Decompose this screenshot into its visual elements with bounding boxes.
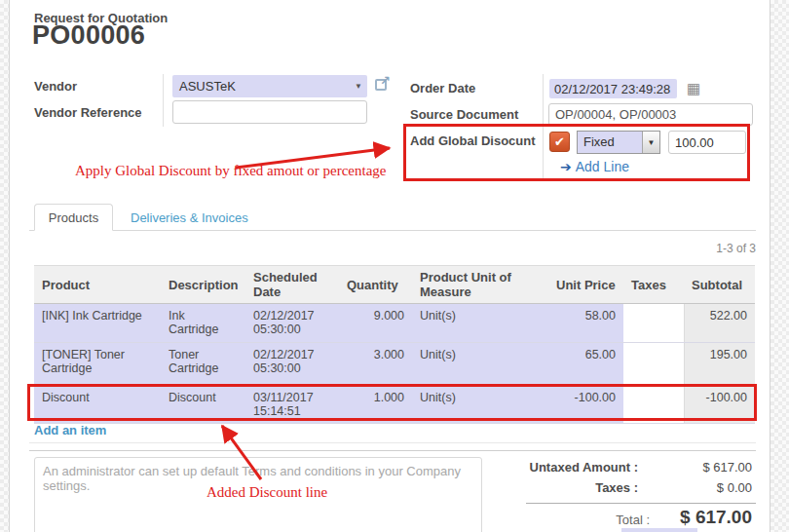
- cell-product: [INK] Ink Cartridge: [34, 304, 161, 342]
- cell-description: Ink Cartridge: [161, 304, 245, 342]
- vendor-open-record-button[interactable]: ↗: [375, 77, 387, 95]
- add-an-item-link[interactable]: Add an item: [34, 423, 106, 437]
- untaxed-amount-value: $ 617.00: [672, 460, 752, 475]
- discount-type-select[interactable]: Fixed ▼: [577, 131, 660, 154]
- global-discount-label: Add Global Disocunt: [410, 133, 536, 148]
- vendor-reference-label: Vendor Reference: [34, 105, 142, 120]
- cell-subtotal: 522.00: [684, 304, 755, 342]
- tab-products[interactable]: Products: [34, 204, 113, 231]
- col-header-description[interactable]: Description: [161, 274, 245, 296]
- col-header-taxes[interactable]: Taxes: [623, 274, 684, 296]
- chevron-down-icon: ▼: [648, 138, 656, 147]
- cell-product: [TONER] Toner Cartridge: [34, 343, 161, 385]
- cell-scheduled-date: 02/12/2017 05:30:00: [245, 343, 339, 385]
- cell-unit-price: 58.00: [548, 304, 623, 342]
- taxes-value: $ 0.00: [672, 480, 752, 495]
- discount-amount-input[interactable]: [668, 131, 746, 154]
- untaxed-amount-label: Untaxed Amount :: [438, 460, 638, 475]
- list-pager: 1-3 of 3: [672, 242, 756, 255]
- table-row-toner-cartridge[interactable]: [TONER] Toner Cartridge Toner Cartridge …: [34, 343, 755, 386]
- cell-unit-price: 65.00: [548, 343, 623, 385]
- purchase-order-page: Request for Quotation PO00006 Vendor ASU…: [0, 0, 789, 532]
- section-divider-bottom: [29, 450, 756, 451]
- checkmark-icon: ✔: [554, 134, 565, 149]
- total-value: $ 617.00: [641, 507, 752, 528]
- add-line-link[interactable]: ➔Add Line: [560, 159, 629, 174]
- col-header-scheduled-date[interactable]: Scheduled Date: [245, 266, 339, 303]
- cell-taxes: [623, 386, 684, 423]
- global-discount-checkbox[interactable]: ✔: [549, 132, 570, 152]
- calendar-icon[interactable]: ▦: [687, 81, 700, 95]
- add-line-label: Add Line: [576, 159, 629, 174]
- chevron-down-icon: ▼: [350, 82, 367, 91]
- cell-uom: Unit(s): [412, 386, 548, 423]
- vendor-value: ASUSTeK: [179, 79, 236, 94]
- source-document-input[interactable]: [548, 103, 753, 126]
- table-header-row: Product Description Scheduled Date Quant…: [34, 265, 755, 304]
- order-date-value: 02/12/2017 23:49:28: [554, 82, 670, 96]
- page-title: PO00006: [32, 20, 145, 51]
- order-date-field[interactable]: 02/12/2017 23:49:28: [549, 79, 677, 98]
- select-dropdown-button: ▼: [642, 132, 659, 153]
- external-link-icon: ↗: [375, 79, 387, 91]
- vendor-select[interactable]: ASUSTeK ▼: [172, 75, 367, 97]
- tabbar-divider: [29, 230, 756, 231]
- col-header-quantity[interactable]: Quantity: [339, 274, 412, 296]
- source-document-label: Source Document: [410, 107, 518, 122]
- col-header-product[interactable]: Product: [34, 274, 161, 296]
- order-date-label: Order Date: [410, 81, 475, 95]
- cell-subtotal: 195.00: [684, 343, 755, 385]
- annotation-discount-line-note: Added Discount line: [207, 484, 327, 501]
- cell-taxes: [623, 343, 684, 385]
- col-header-subtotal[interactable]: Subtotal: [684, 274, 755, 296]
- table-row-discount[interactable]: Discount Discount 03/11/2017 15:14:51 1.…: [34, 386, 755, 424]
- cell-scheduled-date: 03/11/2017 15:14:51: [245, 386, 339, 423]
- add-line-arrow-icon: ➔: [560, 159, 572, 174]
- form-right-separator: [543, 74, 544, 181]
- cell-product: Discount: [34, 386, 161, 423]
- col-header-unit-price[interactable]: Unit Price: [548, 274, 623, 296]
- cell-scheduled-date: 02/12/2017 05:30:00: [245, 304, 339, 342]
- cell-subtotal: -100.00: [684, 386, 755, 423]
- total-label: Total :: [552, 513, 650, 527]
- cell-taxes: [623, 304, 684, 342]
- cell-unit-price: -100.00: [548, 386, 623, 423]
- order-lines-table: Product Description Scheduled Date Quant…: [34, 265, 755, 424]
- vendor-label: Vendor: [34, 79, 77, 94]
- col-header-uom[interactable]: Product Unit of Measure: [412, 266, 548, 303]
- form-left-separator: [163, 74, 164, 127]
- discount-type-value: Fixed: [578, 132, 642, 153]
- annotation-global-discount-note: Apply Global Discount by fixed amout or …: [75, 163, 387, 179]
- cell-uom: Unit(s): [412, 343, 548, 385]
- vendor-reference-input[interactable]: [172, 100, 367, 124]
- tab-deliveries-invoices[interactable]: Deliveries & Invoices: [131, 210, 248, 225]
- cell-description: Discount: [161, 386, 245, 423]
- table-row-ink-cartridge[interactable]: [INK] Ink Cartridge Ink Cartridge 02/12/…: [34, 304, 755, 343]
- cell-description: Toner Cartridge: [161, 343, 245, 385]
- cell-uom: Unit(s): [412, 304, 548, 342]
- cell-quantity: 1.000: [339, 386, 412, 423]
- sheet-right-margin: [770, 0, 789, 532]
- totals-divider: [526, 503, 756, 504]
- cell-quantity: 3.000: [339, 343, 412, 385]
- sheet-left-margin: [0, 0, 10, 532]
- taxes-label: Taxes :: [438, 480, 638, 495]
- cropped-field-highlight: [621, 528, 697, 532]
- cell-quantity: 9.000: [339, 304, 412, 342]
- section-divider-top: [29, 442, 756, 443]
